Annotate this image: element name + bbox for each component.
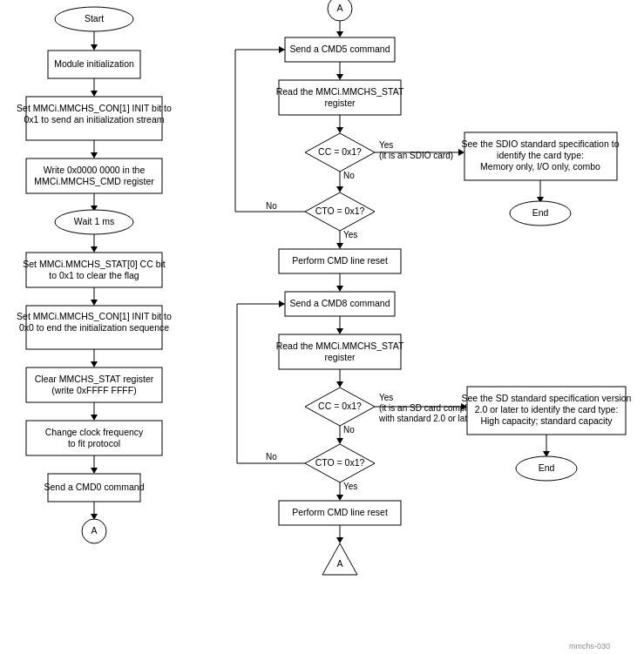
change-clock-line1: Change clock frequency: [45, 427, 144, 437]
svg-marker-36: [336, 74, 343, 80]
set-init-1-line2: 0x1 to send an initialization stream: [24, 114, 164, 125]
no-label-cto1: No: [266, 201, 277, 211]
triangle-a-label: A: [336, 558, 342, 569]
module-init-label: Module initialization: [54, 58, 134, 69]
clear-stat-line2: (write 0xFFFF FFFF): [51, 385, 136, 395]
write-cmd-line1: Write 0x0000 0000 in the: [44, 165, 146, 175]
yes-label-cto2: Yes: [343, 482, 357, 491]
change-clock-line2: to fit protocol: [68, 438, 120, 448]
clear-stat-line1: Clear MMCHS_STAT register: [35, 374, 154, 384]
sdio-spec-line3: Memory only, I/O only, combo: [480, 161, 600, 172]
svg-marker-14: [91, 246, 98, 253]
perform-reset-1-label: Perform CMD line reset: [292, 255, 388, 266]
no-label-cto2: No: [266, 452, 277, 462]
svg-marker-55: [336, 243, 343, 249]
flowchart-diagram: Start Module initialization Set MMCi.MMC…: [0, 0, 644, 654]
read-stat-1-line2: register: [324, 98, 356, 108]
svg-marker-33: [336, 31, 343, 37]
cc-diamond-1: CC = 0x1?: [318, 146, 362, 157]
set-init-0-line2: 0x0 to end the initialization sequence: [19, 322, 169, 333]
svg-marker-73: [336, 438, 343, 444]
read-stat-1-line1: Read the MMCi.MMCHS_STAT: [276, 86, 404, 97]
send-cmd5-label: Send a CMD5 command: [290, 44, 390, 54]
set-cc-line2: to 0x1 to clear the flag: [49, 270, 139, 280]
svg-marker-5: [91, 91, 98, 97]
read-stat-2-line1: Read the MMCi.MMCHS_STAT: [276, 340, 404, 351]
svg-marker-64: [336, 381, 343, 388]
sd-spec-line3: High capacity; standard capacity: [480, 415, 613, 426]
svg-marker-61: [336, 328, 343, 334]
svg-marker-8: [91, 152, 98, 158]
sdio-spec-line1: See the SDIO standard specification to: [462, 138, 620, 149]
svg-marker-23: [91, 415, 98, 421]
yes-label-1: Yes: [379, 140, 393, 150]
svg-marker-26: [91, 468, 98, 474]
set-cc-line1: Set MMCi.MMCHS_STAT[0] CC bit: [23, 259, 166, 269]
yes-label-cc2: Yes: [379, 393, 393, 402]
send-cmd0-label: Send a CMD0 command: [44, 482, 145, 492]
end-1-label: End: [532, 207, 549, 218]
write-cmd-line2: MMCi.MMCHS_CMD register: [34, 176, 154, 186]
sd-spec-line1: See the SD standard specification versio…: [462, 393, 632, 403]
svg-marker-17: [91, 300, 98, 306]
yes-sd-label1: (it is an SD card compliant: [379, 403, 481, 413]
svg-marker-58: [336, 286, 343, 292]
cto-diamond-1: CTO = 0x1?: [315, 206, 365, 216]
wait-1ms-label: Wait 1 ms: [74, 216, 114, 226]
svg-marker-20: [91, 361, 98, 367]
svg-marker-53: [279, 46, 285, 53]
circle-a-top-right: A: [336, 3, 342, 13]
watermark: mmchs-030: [569, 642, 610, 651]
perform-reset-2-label: Perform CMD line reset: [292, 507, 388, 517]
cc-diamond-2: CC = 0x1?: [318, 401, 362, 411]
svg-marker-42: [458, 149, 464, 156]
send-cmd8-label: Send a CMD8 command: [290, 298, 390, 308]
end-2-label: End: [539, 462, 555, 473]
svg-marker-83: [336, 537, 343, 543]
svg-marker-80: [336, 495, 343, 501]
svg-marker-48: [336, 186, 343, 192]
read-stat-2-line2: register: [324, 352, 356, 362]
circle-a-bottom-left: A: [91, 525, 97, 536]
set-init-0-line1: Set MMCi.MMCHS_CON[1] INIT bit to: [17, 311, 172, 321]
svg-marker-78: [279, 300, 285, 307]
start-label: Start: [85, 13, 104, 24]
sd-spec-line2: 2.0 or later to identify the card type:: [475, 404, 619, 415]
yes-label-cto1: Yes: [343, 230, 357, 239]
svg-marker-2: [91, 44, 98, 51]
sdio-spec-line2: identify the card type:: [497, 150, 584, 160]
cto-diamond-2: CTO = 0x1?: [315, 457, 365, 468]
no-label-cc2: No: [343, 425, 355, 435]
set-init-1-line1: Set MMCi.MMCHS_CON[1] INIT bit to: [17, 103, 172, 113]
yes-sd-label2: with standard 2.0 or later): [378, 414, 478, 423]
svg-marker-39: [336, 127, 343, 133]
no-label-cc1: No: [343, 171, 355, 180]
